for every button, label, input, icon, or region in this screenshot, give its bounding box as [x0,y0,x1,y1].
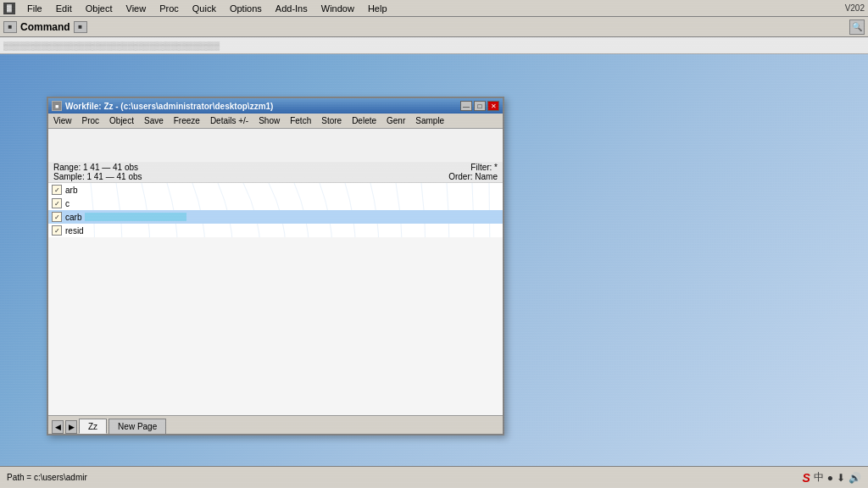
filter-label: Filter: * [448,163,498,172]
item-label-carb: carb [65,213,81,222]
range-sample-info: Range: 1 41 — 41 obs Sample: 1 41 — 41 o… [53,163,142,181]
order-label: Order: Name [448,172,498,181]
inner-menu-fetch[interactable]: Fetch [285,114,316,127]
menu-object[interactable]: Object [84,3,114,14]
window-titlebar: ■ Workfile: Zz - (c:\users\administrator… [48,98,503,114]
inner-menu-show[interactable]: Show [253,114,285,127]
search-icon[interactable]: 🔍 [849,19,865,35]
inner-menu-details[interactable]: Details +/- [205,114,253,127]
desktop-area: ■ Workfile: Zz - (c:\users\administrator… [0,54,868,466]
inner-menu-freeze[interactable]: Freeze [169,114,205,127]
item-label-resid: resid [65,226,84,236]
checkbox-c[interactable]: ✓ [52,198,62,208]
inner-menu-genr[interactable]: Genr [381,114,410,127]
list-item-selected[interactable]: ✓ carb [48,210,503,224]
menu-edit[interactable]: Edit [54,3,74,14]
checkbox-carb[interactable]: ✓ [52,212,62,222]
cmd-right-glyph: ■ [78,23,82,30]
menu-help[interactable]: Help [366,3,389,14]
statusbar: Path = c:\users\admir S 中 ● ⬇ 🔊 [0,466,868,488]
window-controls: — □ ✕ [460,101,499,111]
window-menu: View Proc Object Save Freeze Details +/-… [48,114,503,129]
checkbox-resid[interactable]: ✓ [52,225,62,236]
inner-menu-store[interactable]: Store [316,114,347,127]
menu-options[interactable]: Options [228,3,264,14]
window-title-icon: ■ [52,101,62,111]
app-icon: ▓ [3,3,15,14]
workfile-window: ■ Workfile: Zz - (c:\users\administrator… [47,97,504,435]
address-text: ▒▒▒▒▒▒▒▒▒▒▒▒▒▒▒▒▒▒▒▒▒▒▒▒▒▒▒▒▒▒▒▒▒▒▒▒▒▒▒▒ [3,42,220,50]
window-content: Range: 1 41 — 41 obs Sample: 1 41 — 41 o… [48,162,503,415]
menu-file[interactable]: File [25,3,44,14]
search-glyph: 🔍 [852,22,862,31]
path-text: Path = c:\users\admir [7,473,87,482]
menu-view[interactable]: View [125,3,148,14]
tab-prev-button[interactable]: ◀ [52,420,64,434]
minimize-button[interactable]: — [460,101,472,111]
close-button[interactable]: ✕ [487,101,499,111]
status-icon-s: S [802,471,810,485]
window-tabbar: ◀ ▶ Zz New Page [48,415,503,434]
list-item[interactable]: ✓ c [48,197,503,210]
command-bar: ■ Command ■ 🔍 [0,17,868,37]
command-right-icon[interactable]: ■ [74,21,87,33]
tab-new-page[interactable]: New Page [108,419,166,434]
item-bar-carb [85,213,186,221]
command-label: Command [20,21,70,33]
menu-addins[interactable]: Add-Ins [274,3,309,14]
menu-proc[interactable]: Proc [158,3,181,14]
inner-menu-sample[interactable]: Sample [410,114,449,127]
item-label-c: c [65,199,70,208]
command-left-icon[interactable]: ■ [3,21,17,33]
filter-order-info: Filter: * Order: Name [448,163,498,181]
maximize-button[interactable]: □ [474,101,486,111]
item-label-arb: arb [65,186,77,195]
status-icon-lang: 中 [814,470,824,485]
sample-label: Sample: 1 41 — 41 obs [53,172,142,181]
list-item[interactable]: ✓ arb [48,183,503,197]
status-icon-volume[interactable]: 🔊 [849,472,861,484]
menu-window[interactable]: Window [320,3,356,14]
app-icon-glyph: ▓ [7,4,12,12]
tab-next-button[interactable]: ▶ [65,420,77,434]
tab-zz[interactable]: Zz [79,419,107,434]
status-icon-dot: ● [827,472,833,484]
checkbox-arb[interactable]: ✓ [52,185,62,195]
inner-menu-view[interactable]: View [48,114,77,127]
inner-menu-object[interactable]: Object [104,114,139,127]
inner-menu-save[interactable]: Save [139,114,169,127]
status-icons: S 中 ● ⬇ 🔊 [802,470,861,485]
status-icon-download[interactable]: ⬇ [837,472,845,484]
cmd-left-glyph: ■ [8,23,13,30]
list-item[interactable]: ✓ resid [48,224,503,237]
menu-quick[interactable]: Quick [191,3,218,14]
list-area: .cl { fill: none; stroke: #aaccee; strok… [48,183,503,237]
inner-menu-delete[interactable]: Delete [347,114,381,127]
inner-menu-proc[interactable]: Proc [77,114,105,127]
window-title-text: Workfile: Zz - (c:\users\administrator\d… [65,102,457,111]
app-version: V202 [845,3,865,13]
address-bar: ▒▒▒▒▒▒▒▒▒▒▒▒▒▒▒▒▒▒▒▒▒▒▒▒▒▒▒▒▒▒▒▒▒▒▒▒▒▒▒▒ [0,37,868,54]
range-label: Range: 1 41 — 41 obs [53,163,142,172]
top-menubar: ▓ File Edit Object View Proc Quick Optio… [0,0,868,17]
